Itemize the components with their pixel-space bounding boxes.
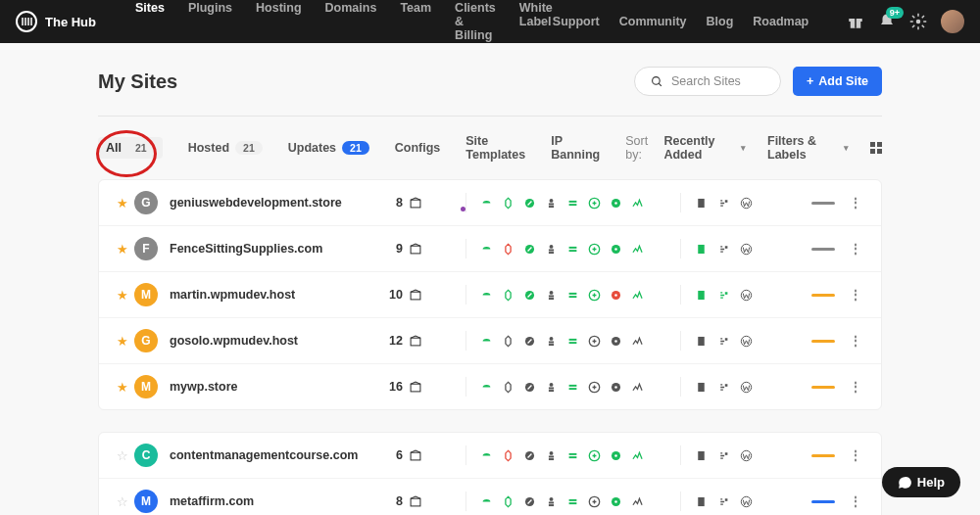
- site-row[interactable]: ☆Ccontentmanagementcourse.com6⋮: [99, 433, 881, 479]
- star-icon[interactable]: ★: [117, 196, 134, 211]
- site-name: FenceSittingSupplies.com: [170, 242, 385, 256]
- meta-icons: [695, 495, 763, 508]
- add-site-button[interactable]: + Add Site: [793, 67, 882, 96]
- service-icon: [588, 495, 601, 508]
- service-icon: [631, 495, 644, 508]
- service-icons: [480, 381, 666, 394]
- tab-all[interactable]: All21: [98, 137, 163, 159]
- site-row[interactable]: ★Ggeniuswebdevelopment.store8⋮: [99, 180, 881, 226]
- svg-rect-51: [698, 336, 705, 345]
- service-icon: [610, 335, 622, 348]
- service-icons: [480, 289, 666, 302]
- site-avatar: C: [134, 444, 158, 467]
- service-icons: [480, 495, 666, 508]
- service-icon: [631, 335, 644, 348]
- nav-sites[interactable]: Sites: [135, 1, 165, 42]
- brand-logo[interactable]: The Hub: [16, 11, 96, 32]
- gear-icon[interactable]: [909, 13, 927, 30]
- star-icon[interactable]: ★: [117, 334, 134, 349]
- grid-view-icon[interactable]: [870, 142, 882, 154]
- site-name: mywp.store: [170, 380, 385, 394]
- tab-hosted[interactable]: Hosted21: [188, 141, 263, 155]
- nav-plugins[interactable]: Plugins: [188, 1, 232, 42]
- service-icon: [631, 197, 644, 210]
- nav-roadmap[interactable]: Roadmap: [753, 15, 808, 28]
- tab-configs[interactable]: Configs: [395, 141, 441, 155]
- avatar[interactable]: [941, 10, 964, 33]
- service-icon: [502, 449, 514, 462]
- star-icon[interactable]: ☆: [117, 494, 134, 509]
- svg-rect-10: [569, 200, 577, 202]
- meta-icon: [695, 495, 708, 508]
- star-icon[interactable]: ☆: [117, 448, 134, 463]
- search-input[interactable]: Search Sites: [634, 67, 781, 96]
- service-icon: [480, 381, 493, 394]
- tab-site-templates[interactable]: Site Templates: [466, 134, 525, 162]
- nav-community[interactable]: Community: [619, 15, 687, 28]
- nav-white-label[interactable]: White Label: [519, 1, 553, 42]
- package-icon: [409, 448, 422, 462]
- plugin-count: 8: [385, 494, 403, 508]
- site-row[interactable]: ☆Mmetaffirm.com8⋮: [99, 479, 881, 515]
- site-row[interactable]: ★Mmartin.wpmudev.host10⋮: [99, 272, 881, 318]
- svg-point-67: [550, 450, 554, 454]
- svg-rect-53: [411, 384, 420, 392]
- nav-domains[interactable]: Domains: [325, 1, 377, 42]
- tab-label: All: [106, 141, 122, 155]
- service-icon: [545, 495, 558, 508]
- star-icon[interactable]: ★: [117, 242, 134, 257]
- site-row[interactable]: ★Mmywp.store16⋮: [99, 364, 881, 409]
- tab-ip-banning[interactable]: IP Banning: [551, 134, 600, 162]
- tab-label: Site Templates: [466, 134, 525, 162]
- service-icon: [610, 289, 622, 302]
- more-icon[interactable]: ⋮: [849, 493, 863, 509]
- help-button[interactable]: Help: [882, 467, 960, 497]
- nav-clients-billing[interactable]: Clients & Billing: [455, 1, 496, 42]
- nav-blog[interactable]: Blog: [707, 15, 734, 28]
- top-header: The Hub SitesPluginsHostingDomainsTeamCl…: [0, 0, 980, 43]
- star-icon[interactable]: ★: [117, 380, 134, 395]
- service-icon: [588, 289, 601, 302]
- divider: [680, 331, 681, 351]
- star-icon[interactable]: ★: [117, 288, 134, 303]
- svg-point-7: [550, 198, 554, 202]
- more-icon[interactable]: ⋮: [849, 333, 863, 349]
- more-icon[interactable]: ⋮: [849, 379, 863, 395]
- service-icon: [502, 335, 514, 348]
- sort-dropdown[interactable]: Sort by: Recently Added ▾: [625, 134, 746, 162]
- bell-icon[interactable]: 9+: [878, 13, 896, 30]
- nav-support[interactable]: Support: [553, 15, 600, 28]
- site-row[interactable]: ★FFenceSittingSupplies.com9⋮: [99, 226, 881, 272]
- site-row[interactable]: ★Ggosolo.wpmudev.host12⋮: [99, 318, 881, 364]
- more-icon[interactable]: ⋮: [849, 241, 863, 257]
- plugin-count: 16: [385, 380, 403, 394]
- svg-rect-45: [549, 344, 554, 346]
- plugin-count: 12: [385, 334, 403, 348]
- service-icon: [480, 495, 493, 508]
- more-icon[interactable]: ⋮: [849, 447, 863, 463]
- service-icon: [588, 197, 601, 210]
- service-icon: [610, 243, 622, 256]
- divider: [466, 285, 466, 304]
- tab-updates[interactable]: Updates21: [288, 141, 369, 155]
- service-icon: [631, 381, 644, 394]
- filters-dropdown[interactable]: Filters & Labels ▾: [767, 134, 849, 162]
- nav-hosting[interactable]: Hosting: [256, 1, 302, 42]
- service-icon: [631, 243, 644, 256]
- meta-icon: [695, 335, 708, 348]
- more-icon[interactable]: ⋮: [849, 287, 863, 303]
- service-icon: [502, 495, 514, 508]
- plugin-count: 10: [385, 288, 403, 302]
- service-icon: [545, 449, 558, 462]
- meta-icon: [740, 495, 753, 508]
- status-indicator: [811, 294, 835, 297]
- meta-icon: [695, 243, 708, 256]
- nav-team[interactable]: Team: [400, 1, 431, 42]
- meta-icon: [695, 449, 708, 462]
- service-icon: [610, 381, 622, 394]
- svg-rect-11: [569, 204, 577, 206]
- svg-point-38: [614, 294, 617, 297]
- svg-rect-22: [569, 246, 577, 248]
- gift-icon[interactable]: [847, 13, 864, 30]
- more-icon[interactable]: ⋮: [849, 195, 863, 211]
